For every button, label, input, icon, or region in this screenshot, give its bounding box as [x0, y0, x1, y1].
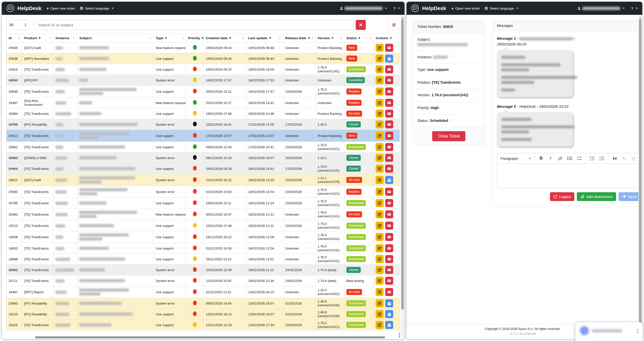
scrollbar-thumb[interactable] — [401, 19, 404, 310]
email-button[interactable] — [385, 76, 393, 84]
edit-ticket-button[interactable] — [376, 188, 384, 196]
logout-button[interactable]: Logout — [550, 192, 574, 201]
scroll-up-arrow-icon[interactable] — [639, 16, 641, 19]
decrease-indent-button[interactable] — [597, 154, 606, 163]
clear-search-button[interactable]: × — [356, 20, 366, 30]
edit-ticket-button[interactable] — [376, 87, 384, 95]
edit-ticket-button[interactable] — [376, 288, 384, 296]
email-button[interactable] — [385, 310, 393, 318]
column-header-last-update[interactable]: Last update — [246, 34, 283, 42]
ticket-row[interactable]: 19785[RY] RoutabilitySystem error22/01/2… — [7, 119, 400, 130]
ticket-row[interactable]: 20583[TE] TrainEventsSystem error02/02/2… — [7, 186, 400, 198]
italic-button[interactable]: I — [546, 154, 555, 163]
ticket-row[interactable]: 20815[TE] TrainEventsUse support18/02/20… — [7, 64, 400, 75]
link-button[interactable] — [556, 154, 565, 163]
edit-ticket-button[interactable] — [376, 244, 384, 252]
horizontal-scrollbar-thumb[interactable] — [35, 336, 385, 338]
email-button[interactable] — [385, 233, 393, 241]
email-button[interactable] — [385, 321, 393, 329]
edit-ticket-button[interactable] — [376, 143, 384, 151]
column-header-status[interactable]: Status — [344, 34, 374, 42]
ticket-row[interactable]: 20463[TE] TrainEventsNew feature request… — [7, 209, 400, 220]
column-header-version[interactable]: Version — [315, 34, 344, 42]
ticket-row[interactable]: 20835[ADT] AuditNew feature request19/02… — [7, 42, 400, 53]
scrollbar-thumb[interactable] — [639, 19, 641, 327]
ticket-row[interactable]: 20795[TE] TrainEventsUse support16/02/20… — [7, 198, 400, 209]
edit-ticket-button[interactable] — [376, 76, 384, 84]
column-header-subject[interactable]: Subject — [77, 34, 154, 42]
edit-ticket-button[interactable] — [376, 132, 384, 140]
select-language-dropdown[interactable]: Select language — [485, 7, 518, 10]
bold-button[interactable]: B — [537, 154, 546, 163]
email-button[interactable] — [385, 299, 393, 307]
redo-button[interactable] — [629, 154, 638, 163]
edit-ticket-button[interactable] — [376, 154, 384, 162]
ticket-row[interactable]: 20681[TE] TrainEventsUse support09/02/20… — [7, 142, 400, 153]
email-button[interactable] — [385, 120, 393, 128]
column-header-instance[interactable]: Instance — [53, 34, 77, 42]
vertical-scrollbar[interactable] — [401, 15, 404, 339]
blockquote-button[interactable] — [610, 154, 619, 163]
user-menu[interactable] — [577, 7, 625, 10]
ticket-row[interactable]: 18863[ESMS] e-SMSSystem error09/12/2025 … — [7, 153, 400, 163]
ticket-row[interactable]: 19115[TE] TrainEventsUse support12/01/20… — [7, 320, 400, 330]
edit-ticket-button[interactable] — [376, 321, 384, 329]
email-button[interactable] — [385, 244, 393, 252]
scroll-up-arrow-icon[interactable] — [401, 16, 404, 19]
send-button[interactable]: Send — [619, 192, 640, 201]
edit-ticket-button[interactable] — [376, 176, 384, 184]
email-button[interactable] — [385, 132, 393, 140]
email-button[interactable] — [385, 110, 393, 118]
ticket-row[interactable]: 20812[TE] TrainEventsUse support17/02/20… — [7, 130, 400, 142]
ticket-row[interactable]: 19364[TE] TrainEventsUse support19/01/20… — [7, 108, 400, 119]
ticket-row[interactable]: 20033[KPI] KPISystem error18/02/2026 17:… — [7, 75, 400, 86]
ticket-row[interactable]: 18686[TE] TrainEventsUse support26/11/20… — [7, 254, 400, 265]
ticket-row[interactable]: 20691[TE] TrainEventsSystem error10/02/2… — [7, 265, 400, 275]
column-header-release-date[interactable]: Release Date — [283, 34, 315, 42]
increase-indent-button[interactable] — [588, 154, 597, 163]
edit-ticket-button[interactable] — [376, 255, 384, 263]
email-button[interactable] — [385, 99, 393, 107]
ticket-row[interactable]: 19367[RA] Risk AssessmentNew feature req… — [7, 98, 400, 108]
close-ticket-button[interactable]: Close Ticket — [432, 131, 465, 141]
column-header-product[interactable]: Product — [22, 34, 54, 42]
ticket-row[interactable]: 19125[RY] RoutabilityUse support12/01/20… — [7, 309, 400, 320]
email-button[interactable] — [385, 65, 393, 73]
help-menu[interactable]: ? — [631, 7, 638, 10]
email-button[interactable] — [385, 222, 393, 230]
edit-ticket-button[interactable] — [376, 65, 384, 73]
chat-widget-kebab-menu[interactable] — [636, 328, 639, 334]
email-button[interactable] — [385, 44, 393, 52]
edit-ticket-button[interactable] — [376, 120, 384, 128]
bulleted-list-button[interactable] — [565, 154, 574, 163]
ticket-row[interactable]: 19213[TE] TrainEventsUse support15/01/20… — [7, 220, 400, 231]
edit-ticket-button[interactable] — [376, 299, 384, 307]
ticket-row[interactable]: 20836[NRT] NormativaUse support19/02/202… — [7, 53, 400, 64]
email-button[interactable] — [385, 266, 393, 274]
edit-ticket-button[interactable] — [376, 165, 384, 173]
page-size-select[interactable]: 50 — [6, 20, 29, 30]
ticket-row[interactable]: 19008[TE] TrainEventsUse support18/12/20… — [7, 231, 400, 243]
table-options-kebab-menu[interactable] — [398, 332, 400, 338]
email-button[interactable] — [385, 154, 393, 162]
chat-widget[interactable] — [575, 322, 643, 341]
column-header-type[interactable]: Type — [153, 34, 186, 42]
message-input-area[interactable] — [497, 164, 640, 188]
numbered-list-button[interactable]: 12 — [575, 154, 584, 163]
edit-ticket-button[interactable] — [376, 310, 384, 318]
edit-ticket-button[interactable] — [376, 110, 384, 118]
email-button[interactable] — [385, 143, 393, 151]
ticket-row[interactable]: 18832[TE] TrainEventsUse support03/12/20… — [7, 243, 400, 254]
email-button[interactable] — [385, 188, 393, 196]
undo-button[interactable] — [620, 154, 629, 163]
edit-ticket-button[interactable] — [376, 277, 384, 285]
email-button[interactable] — [385, 55, 393, 63]
column-header-id[interactable]: Id — [7, 34, 22, 42]
email-button[interactable] — [385, 87, 393, 95]
help-menu[interactable]: ? — [393, 7, 400, 10]
search-input[interactable] — [34, 20, 354, 30]
column-header-creation-date[interactable]: Creation date — [204, 34, 246, 42]
edit-ticket-button[interactable] — [376, 266, 384, 274]
email-button[interactable] — [385, 199, 393, 207]
email-button[interactable] — [385, 210, 393, 218]
